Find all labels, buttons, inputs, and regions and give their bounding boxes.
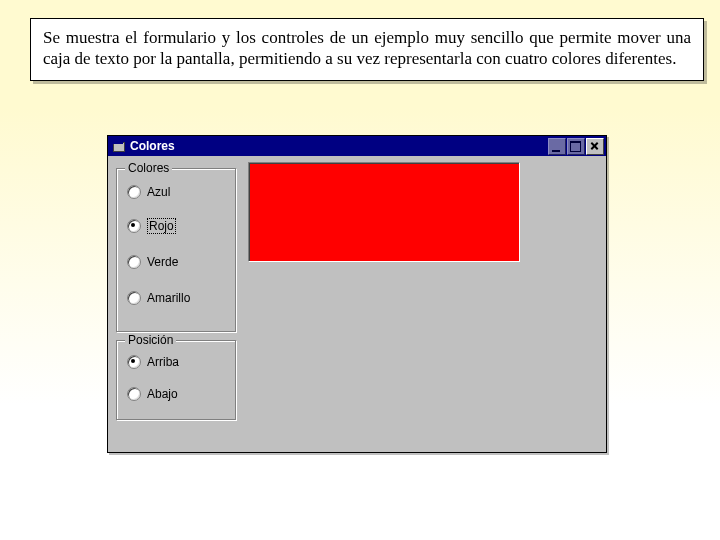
radio-label-rojo: Rojo: [147, 218, 176, 234]
colores-window: Colores Colores Azul Rojo Verde: [107, 135, 607, 453]
color-display-panel: [248, 162, 520, 262]
maximize-button[interactable]: [567, 138, 585, 155]
radio-label-abajo: Abajo: [147, 387, 178, 401]
system-menu-icon[interactable]: [112, 139, 126, 153]
description-box: Se muestra el formulario y los controles…: [30, 18, 704, 81]
colores-legend: Colores: [125, 161, 172, 175]
radio-icon: [127, 255, 141, 269]
titlebar-left: Colores: [112, 139, 175, 153]
radio-label-amarillo: Amarillo: [147, 291, 190, 305]
radio-icon: [127, 219, 141, 233]
titlebar[interactable]: Colores: [108, 136, 606, 156]
window-title: Colores: [130, 139, 175, 153]
radio-arriba[interactable]: Arriba: [127, 353, 179, 371]
radio-label-azul: Azul: [147, 185, 170, 199]
window-controls: [547, 138, 604, 155]
posicion-legend: Posición: [125, 333, 176, 347]
radio-abajo[interactable]: Abajo: [127, 385, 178, 403]
radio-icon: [127, 291, 141, 305]
colores-groupbox: Colores Azul Rojo Verde Amarillo: [116, 168, 236, 332]
radio-rojo[interactable]: Rojo: [127, 217, 176, 235]
radio-icon: [127, 185, 141, 199]
window-body: Colores Azul Rojo Verde Amarillo Posició…: [108, 156, 606, 452]
posicion-groupbox: Posición Arriba Abajo: [116, 340, 236, 420]
radio-icon: [127, 387, 141, 401]
radio-amarillo[interactable]: Amarillo: [127, 289, 190, 307]
minimize-button[interactable]: [548, 138, 566, 155]
radio-label-arriba: Arriba: [147, 355, 179, 369]
radio-azul[interactable]: Azul: [127, 183, 170, 201]
close-button[interactable]: [586, 138, 604, 155]
radio-label-verde: Verde: [147, 255, 178, 269]
radio-icon: [127, 355, 141, 369]
radio-verde[interactable]: Verde: [127, 253, 178, 271]
description-text: Se muestra el formulario y los controles…: [43, 28, 691, 68]
